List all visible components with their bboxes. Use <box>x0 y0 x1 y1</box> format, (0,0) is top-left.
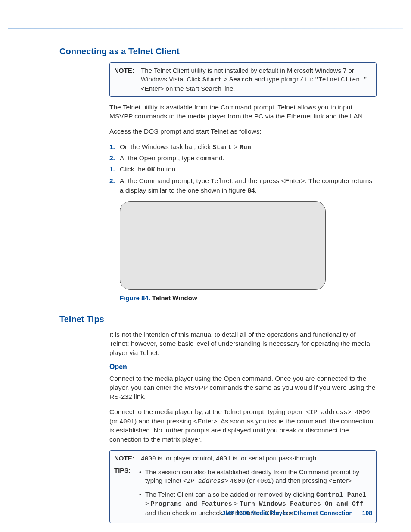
subheading-open: Open <box>109 363 377 371</box>
paragraph-intro-1: The Telnet utility is available from the… <box>109 103 377 121</box>
figure-number: Figure 84. <box>120 294 150 302</box>
t: Run <box>240 144 251 151</box>
t: . <box>251 143 253 150</box>
step-text: On the Windows task bar, click Start > R… <box>120 142 377 152</box>
page-footer: JMP 9600 Media Player • Ethernet Connect… <box>222 510 372 516</box>
note-start: Start <box>202 76 222 83</box>
t: is for player control, <box>156 454 216 462</box>
t: > <box>145 500 151 507</box>
step-num: 2. <box>109 176 120 195</box>
note-cmd: pkmgr/iu:"TelnetClient" <box>281 76 367 83</box>
t: Start <box>212 144 232 151</box>
paragraph-intro-2: Access the DOS prompt and start Telnet a… <box>109 127 377 136</box>
t: > <box>232 500 240 507</box>
note-label: NOTE: <box>114 66 141 93</box>
note-gt: > <box>222 75 229 83</box>
t: At the Open prompt, type <box>120 154 196 162</box>
t: > <box>232 143 240 150</box>
t: IP address <box>187 478 224 485</box>
section-heading-telnet-tips: Telnet Tips <box>59 314 378 324</box>
tips-bullet-1: • The session can also be established di… <box>139 468 372 486</box>
t: The Telnet Client can also be added or r… <box>145 491 316 498</box>
step-text: At the Open prompt, type command. <box>120 153 377 163</box>
t: Click the <box>120 165 147 173</box>
note-text: The Telnet Client utility is not install… <box>141 66 372 93</box>
page: Connecting as a Telnet Client NOTE: The … <box>0 0 411 532</box>
step-num: 2. <box>109 153 120 163</box>
figure-84-placeholder <box>120 201 326 290</box>
step-2: 2. At the Open prompt, type command. <box>109 153 377 163</box>
footer-text: JMP 9600 Media Player • Ethernet Connect… <box>222 510 352 516</box>
t: button. <box>155 165 177 173</box>
page-number: 108 <box>362 510 372 516</box>
t: Programs and Features <box>151 501 232 507</box>
paragraph-tips-intro: It is not the intention of this manual t… <box>109 330 377 358</box>
step-3: 1. Click the OK button. <box>109 165 377 174</box>
figure-title: Telnet Window <box>150 294 197 302</box>
top-rule <box>8 28 403 29</box>
t: (or <box>245 477 257 484</box>
note-text-2: 4000 is for player control, 4001 is for … <box>141 454 318 464</box>
step-4: 2. At the Command prompt, type Telnet an… <box>109 176 377 195</box>
t: 4001 <box>119 418 134 425</box>
t: 4000 <box>141 455 156 462</box>
body-column-2: It is not the intention of this manual t… <box>109 330 377 523</box>
paragraph-open-1: Connect to the media player using the Op… <box>109 374 377 401</box>
steps-list: 1. On the Windows task bar, click Start … <box>109 142 377 195</box>
step-num: 1. <box>109 142 120 152</box>
step-num: 1. <box>109 165 120 174</box>
paragraph-open-2: Connect to the media player by, at the T… <box>109 408 377 444</box>
note-box-1: NOTE: The Telnet Client utility is not i… <box>109 62 377 97</box>
step-text: At the Command prompt, type Telnet and t… <box>120 176 377 195</box>
note-text-c: <Enter> on the Start Search line. <box>141 85 235 92</box>
tips-label: TIPS: <box>114 466 139 519</box>
t: 4001 <box>256 478 271 485</box>
t: ) and then pressing <Enter> <box>271 477 352 484</box>
step-text: Click the OK button. <box>120 165 377 174</box>
note-search: Search <box>229 76 252 83</box>
t: Connect to the media player by, at the T… <box>109 408 287 415</box>
t: open <IP address> 4000 <box>287 409 370 416</box>
content-area: Connecting as a Telnet Client NOTE: The … <box>59 47 378 523</box>
t: 84 <box>247 187 255 194</box>
body-column: NOTE: The Telnet Client utility is not i… <box>109 62 377 302</box>
t: (or <box>109 417 119 425</box>
bullet-icon: • <box>139 468 145 486</box>
t: At the Command prompt, type <box>120 177 211 184</box>
t: . <box>255 187 257 194</box>
t: 4001 <box>216 455 231 462</box>
t: Turn Windows Features On and Off <box>240 501 364 507</box>
t: is for serial port pass-through. <box>231 454 318 462</box>
t: ) and then pressing <Enter>. As soon as … <box>109 417 373 443</box>
t: OK <box>147 166 155 173</box>
t: 4000 <box>230 478 245 485</box>
section-heading-telnet-client: Connecting as a Telnet Client <box>59 47 378 56</box>
t: On the Windows task bar, click <box>120 143 212 150</box>
t: . <box>222 154 224 162</box>
t: > <box>224 477 230 484</box>
t: Telnet <box>211 178 233 185</box>
bullet-icon: • <box>139 490 145 517</box>
note-text-b: and type <box>252 75 281 83</box>
t: command <box>196 155 223 162</box>
note-label-2: NOTE: <box>114 454 141 464</box>
t: Control Panel <box>316 492 367 498</box>
bullet-text: The session can also be established dire… <box>145 468 372 486</box>
figure-84-caption: Figure 84. Telnet Window <box>120 294 377 302</box>
step-1: 1. On the Windows task bar, click Start … <box>109 142 377 152</box>
